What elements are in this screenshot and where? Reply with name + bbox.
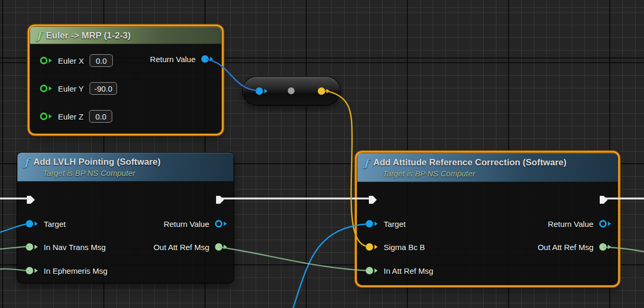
pin-label: In Nav Trans Msg [44, 243, 106, 252]
object-pin[interactable] [214, 219, 228, 228]
pin-label: In Att Ref Msg [384, 266, 433, 275]
pin-row-return-value: Return Value [164, 217, 228, 231]
object-pin[interactable] [25, 219, 39, 228]
pin-label: Euler Z [58, 112, 83, 121]
exec-in-pin[interactable] [367, 194, 378, 205]
pin-label: In Ephemeris Msg [44, 266, 108, 275]
exec-in-pin-row [367, 193, 378, 206]
pin-row-in-ephemeris-msg: In Ephemeris Msg [25, 264, 108, 277]
euler-x-input[interactable]: 0.0 [90, 54, 113, 67]
pin-label: Target [384, 220, 406, 228]
pin-label: Return Value [164, 220, 209, 228]
collapsed-node-dot [288, 87, 295, 94]
exec-in-pin-row [25, 193, 36, 206]
msg-pin[interactable] [25, 242, 39, 252]
node-title: Add Attitude Reference Correction (Softw… [373, 157, 567, 168]
euler-z-input[interactable]: 0.0 [89, 110, 112, 123]
wire-attref-cross[interactable] [219, 247, 367, 271]
msg-pin[interactable] [25, 266, 39, 275]
struct-pin[interactable] [200, 54, 214, 64]
node-title: Euler -> MRP (1-2-3) [46, 31, 131, 41]
msg-pin[interactable] [214, 242, 228, 252]
msg-pin[interactable] [365, 266, 379, 275]
exec-out-pin-row [214, 193, 226, 206]
pin-label: Euler X [58, 56, 84, 65]
pin-label: Out Att Ref Msg [538, 243, 593, 252]
pin-row-return-value: Return Value [150, 52, 214, 66]
function-icon: ƒ [364, 158, 368, 168]
pin-label: Out Att Ref Msg [153, 243, 209, 252]
float-pin[interactable] [39, 56, 53, 65]
pin-label: Euler Y [58, 84, 84, 93]
node-add-attitude-reference-correction[interactable]: ƒ Add Attitude Reference Correction (Sof… [357, 153, 618, 285]
function-icon: ƒ [37, 31, 41, 41]
float-pin[interactable] [39, 112, 53, 121]
node-subtitle: Target is BP NS Computer [376, 169, 618, 178]
node-header[interactable]: ƒ Euler -> MRP (1-2-3) [30, 27, 221, 44]
pin-label: Target [44, 220, 66, 228]
pin-row-in-att-ref-msg: In Att Ref Msg [365, 264, 433, 277]
object-pin[interactable] [365, 219, 379, 228]
pin-row-out-att-ref-msg: Out Att Ref Msg [538, 240, 612, 254]
float-pin[interactable] [39, 84, 53, 93]
struct-pin-input[interactable] [255, 86, 269, 96]
node-subtitle: Target is BP NS Computer [36, 168, 233, 177]
vector-pin[interactable] [365, 242, 379, 252]
pin-row-target: Target [365, 217, 406, 231]
pin-row-sigma-bc-b: Sigma Bc B [365, 240, 425, 254]
function-icon: ƒ [24, 157, 28, 167]
exec-out-pin[interactable] [214, 194, 226, 205]
blueprint-graph-canvas[interactable]: ƒ Euler -> MRP (1-2-3) Euler X 0.0 Euler… [0, 0, 644, 308]
node-header[interactable]: ƒ Add Attitude Reference Correction (Sof… [357, 153, 618, 182]
node-header[interactable]: ƒ Add LVLH Pointing (Software) Target is… [17, 153, 233, 182]
node-add-lvlh-pointing[interactable]: ƒ Add LVLH Pointing (Software) Target is… [17, 153, 233, 283]
pin-row-euler-y: Euler Y -90.0 [39, 82, 117, 95]
msg-pin[interactable] [598, 242, 612, 252]
node-title: Add LVLH Pointing (Software) [33, 157, 160, 167]
pin-row-euler-z: Euler Z 0.0 [39, 110, 112, 123]
pin-label: Return Value [150, 55, 196, 64]
pin-row-target: Target [25, 217, 66, 231]
node-collapsed-conversion[interactable] [243, 77, 340, 105]
pin-label: Return Value [548, 220, 593, 228]
pin-row-euler-x: Euler X 0.0 [39, 54, 113, 67]
exec-out-pin[interactable] [598, 194, 609, 205]
pin-row-out-att-ref-msg: Out Att Ref Msg [153, 240, 228, 254]
pin-row-in-nav-trans-msg: In Nav Trans Msg [25, 240, 106, 254]
exec-out-pin-row [598, 193, 609, 206]
exec-in-pin[interactable] [25, 194, 36, 205]
node-euler-to-mrp[interactable]: ƒ Euler -> MRP (1-2-3) Euler X 0.0 Euler… [30, 27, 221, 133]
euler-y-input[interactable]: -90.0 [90, 82, 117, 95]
object-pin[interactable] [598, 219, 612, 228]
vector-pin-output[interactable] [317, 86, 331, 96]
pin-row-return-value: Return Value [548, 217, 612, 231]
pin-label: Sigma Bc B [384, 243, 425, 252]
